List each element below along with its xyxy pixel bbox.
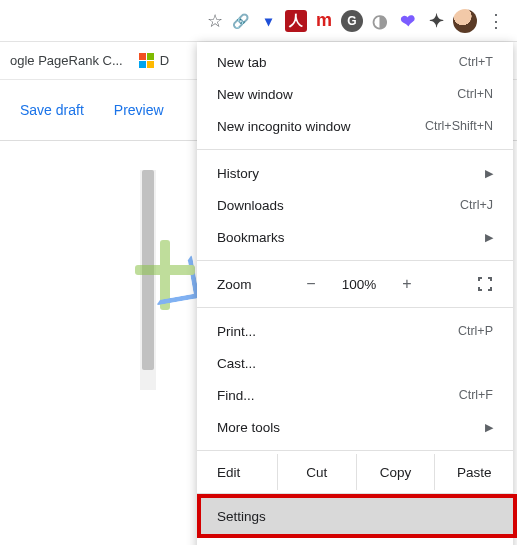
fullscreen-icon xyxy=(477,276,493,292)
bookmark-item-ms[interactable]: D xyxy=(139,53,169,68)
submenu-arrow-icon: ▶ xyxy=(485,231,493,244)
menu-divider xyxy=(197,149,513,150)
menu-item-shortcut: Ctrl+T xyxy=(459,55,493,69)
menu-divider xyxy=(197,493,513,494)
scrollbar-track[interactable] xyxy=(140,170,156,390)
menu-divider xyxy=(197,260,513,261)
bookmark-star-icon[interactable]: ☆ xyxy=(207,10,223,32)
menu-item-label: Find... xyxy=(217,388,255,403)
menu-cast[interactable]: Cast... xyxy=(197,347,513,379)
menu-item-label: More tools xyxy=(217,420,280,435)
menu-item-label: Bookmarks xyxy=(217,230,285,245)
zoom-label: Zoom xyxy=(217,277,287,292)
menu-settings[interactable]: Settings xyxy=(197,497,513,535)
submenu-arrow-icon: ▶ xyxy=(485,421,493,434)
ext-circle-icon[interactable]: ◑ xyxy=(369,10,391,32)
menu-divider xyxy=(197,450,513,451)
zoom-value: 100% xyxy=(335,277,383,292)
fullscreen-button[interactable] xyxy=(477,276,493,292)
menu-item-label: History xyxy=(217,166,259,181)
ext-m-icon[interactable]: m xyxy=(313,10,335,32)
submenu-arrow-icon: ▶ xyxy=(485,167,493,180)
menu-item-shortcut: Ctrl+Shift+N xyxy=(425,119,493,133)
ext-check-icon[interactable]: ❤ xyxy=(396,9,420,33)
menu-bookmarks[interactable]: Bookmarks ▶ xyxy=(197,221,513,253)
menu-item-shortcut: Ctrl+P xyxy=(458,324,493,338)
menu-zoom-row: Zoom − 100% + xyxy=(197,264,513,304)
menu-item-shortcut: Ctrl+J xyxy=(460,198,493,212)
bookmark-label: ogle PageRank C... xyxy=(10,53,123,68)
menu-item-shortcut: Ctrl+F xyxy=(459,388,493,402)
zoom-out-button[interactable]: − xyxy=(299,275,323,293)
settings-highlight-wrap: Settings xyxy=(197,497,513,535)
edit-copy-button[interactable]: Copy xyxy=(356,454,435,490)
zoom-in-button[interactable]: + xyxy=(395,275,419,293)
microsoft-logo-icon xyxy=(139,53,154,68)
ext-y-icon[interactable]: ▾ xyxy=(257,10,279,32)
bookmark-item-pagerank[interactable]: ogle PageRank C... xyxy=(10,53,123,68)
edit-cut-button[interactable]: Cut xyxy=(277,454,356,490)
menu-item-label: Settings xyxy=(217,509,266,524)
preview-link[interactable]: Preview xyxy=(114,102,164,118)
ext-grammarly-icon[interactable]: G xyxy=(341,10,363,32)
menu-new-tab[interactable]: New tab Ctrl+T xyxy=(197,46,513,78)
menu-new-window[interactable]: New window Ctrl+N xyxy=(197,78,513,110)
chrome-menu: New tab Ctrl+T New window Ctrl+N New inc… xyxy=(197,42,513,545)
menu-help[interactable]: Help ▶ xyxy=(197,535,513,545)
menu-item-label: New tab xyxy=(217,55,267,70)
menu-downloads[interactable]: Downloads Ctrl+J xyxy=(197,189,513,221)
menu-find[interactable]: Find... Ctrl+F xyxy=(197,379,513,411)
menu-item-label: Cast... xyxy=(217,356,256,371)
menu-print[interactable]: Print... Ctrl+P xyxy=(197,315,513,347)
chrome-menu-button[interactable]: ⋮ xyxy=(483,8,509,34)
menu-item-label: New incognito window xyxy=(217,119,351,134)
edit-paste-button[interactable]: Paste xyxy=(434,454,513,490)
menu-item-label: Downloads xyxy=(217,198,284,213)
scrollbar-thumb[interactable] xyxy=(142,170,154,370)
menu-item-label: New window xyxy=(217,87,293,102)
browser-toolbar: ☆ 🔗 ▾ 人 m G ◑ ❤ ✦ ⋮ xyxy=(0,0,517,42)
save-draft-link[interactable]: Save draft xyxy=(20,102,84,118)
extensions-puzzle-icon[interactable]: ✦ xyxy=(425,10,447,32)
menu-item-label: Print... xyxy=(217,324,256,339)
edit-label: Edit xyxy=(197,454,277,490)
menu-item-shortcut: Ctrl+N xyxy=(457,87,493,101)
menu-history[interactable]: History ▶ xyxy=(197,157,513,189)
ext-link-icon[interactable]: 🔗 xyxy=(229,10,251,32)
menu-edit-row: Edit Cut Copy Paste xyxy=(197,454,513,490)
bookmark-label: D xyxy=(160,53,169,68)
menu-more-tools[interactable]: More tools ▶ xyxy=(197,411,513,443)
menu-divider xyxy=(197,307,513,308)
menu-new-incognito[interactable]: New incognito window Ctrl+Shift+N xyxy=(197,110,513,142)
ext-pdf-icon[interactable]: 人 xyxy=(285,10,307,32)
profile-avatar[interactable] xyxy=(453,9,477,33)
